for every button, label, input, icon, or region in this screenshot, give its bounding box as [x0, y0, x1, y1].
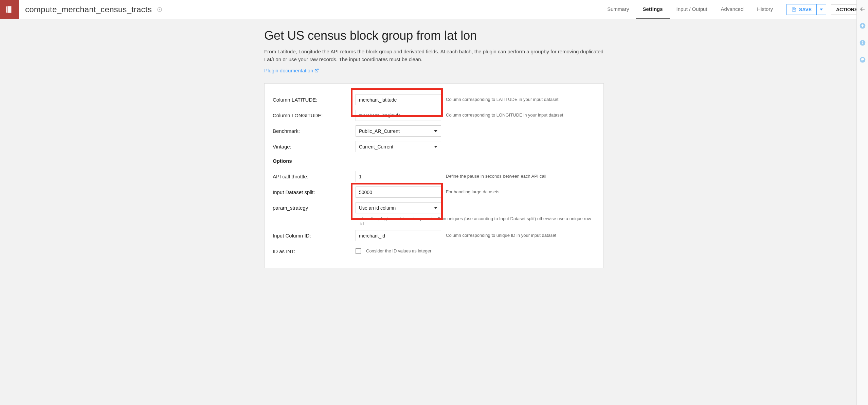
options-heading: Options [273, 158, 356, 164]
tab-history[interactable]: History [750, 0, 780, 19]
input-longitude[interactable] [356, 110, 441, 121]
hint-longitude: Column corresponding to LONGITUDE in you… [446, 112, 563, 118]
select-benchmark[interactable]: Public_AR_Current [356, 125, 441, 137]
save-button[interactable]: SAVE [786, 4, 817, 15]
save-button-label: SAVE [799, 7, 812, 12]
settings-panel: Column LATITUDE: Column corresponding to… [264, 83, 604, 268]
row-options-heading: Options [273, 154, 595, 168]
tabs: Summary Settings Input / Output Advanced… [600, 0, 780, 19]
svg-point-7 [862, 41, 863, 42]
label-benchmark: Benchmark: [273, 128, 356, 134]
select-param-strategy[interactable]: Use an id column [356, 202, 441, 213]
input-latitude[interactable] [356, 94, 441, 105]
label-latitude: Column LATITUDE: [273, 97, 356, 103]
svg-line-10 [317, 69, 319, 71]
target-icon[interactable] [157, 6, 163, 13]
chk-label-id-as-int: Consider the ID values as integer [366, 248, 431, 254]
row-split: Input Dataset split: For handling large … [273, 186, 595, 199]
row-param-strategy: param_strategy Use an id column [273, 201, 595, 215]
label-input-column-id: Input Column ID: [273, 233, 356, 239]
row-vintage: Vintage: Current_Current [273, 140, 595, 154]
row-throttle: API call throttle: Define the pause in s… [273, 170, 595, 183]
label-vintage: Vintage: [273, 144, 356, 149]
row-latitude: Column LATITUDE: Column corresponding to… [273, 93, 595, 107]
label-param-strategy: param_strategy [273, 205, 356, 211]
input-split[interactable] [356, 187, 441, 198]
hint-throttle: Define the pause in seconds between each… [446, 174, 546, 179]
label-split: Input Dataset split: [273, 189, 356, 195]
save-icon [792, 7, 796, 12]
tab-advanced[interactable]: Advanced [714, 0, 751, 19]
external-link-icon [314, 68, 319, 73]
plugin-doc-link[interactable]: Plugin documentation [264, 68, 319, 73]
save-group: SAVE [786, 4, 826, 15]
right-sidebar [856, 0, 868, 282]
recipe-name: compute_merchant_census_tracts [25, 5, 152, 14]
row-id-as-int: ID as INT: Consider the ID values as int… [273, 245, 595, 258]
hint-input-column-id: Column corresponding to unique ID in you… [446, 233, 556, 239]
tab-summary[interactable]: Summary [600, 0, 636, 19]
hint-latitude: Column corresponding to LATITUDE in your… [446, 97, 558, 103]
chat-circle-icon[interactable] [859, 56, 866, 65]
save-dropdown[interactable] [817, 4, 826, 15]
label-longitude: Column LONGITUDE: [273, 112, 356, 118]
checkbox-id-as-int[interactable] [356, 248, 361, 254]
row-input-column-id: Input Column ID: Column corresponding to… [273, 229, 595, 243]
svg-rect-8 [862, 42, 863, 44]
label-id-as-int: ID as INT: [273, 248, 356, 254]
svg-point-1 [159, 9, 160, 10]
page-title: Get US census block group from lat lon [264, 29, 604, 43]
page-description: From Latitude, Longitude the API returns… [264, 48, 604, 64]
label-throttle: API call throttle: [273, 174, 356, 179]
input-column-id[interactable] [356, 230, 441, 241]
hint-split: For handling large datasets [446, 189, 500, 195]
info-circle-icon[interactable] [859, 39, 866, 48]
collapse-icon[interactable] [860, 6, 866, 14]
recipe-icon [0, 0, 19, 19]
input-throttle[interactable] [356, 171, 441, 182]
select-vintage[interactable]: Current_Current [356, 141, 441, 152]
tab-settings[interactable]: Settings [636, 0, 669, 19]
plugin-doc-link-label: Plugin documentation [264, 68, 313, 73]
hint-param-strategy: does the plugin need to make yours Lat/L… [360, 215, 595, 229]
chevron-down-icon [820, 8, 823, 11]
tab-input-output[interactable]: Input / Output [670, 0, 714, 19]
row-benchmark: Benchmark: Public_AR_Current [273, 124, 595, 138]
plus-circle-icon[interactable] [859, 22, 866, 31]
row-longitude: Column LONGITUDE: Column corresponding t… [273, 109, 595, 122]
header-bar: compute_merchant_census_tracts Summary S… [0, 0, 868, 19]
content: Get US census block group from lat lon F… [264, 19, 604, 282]
